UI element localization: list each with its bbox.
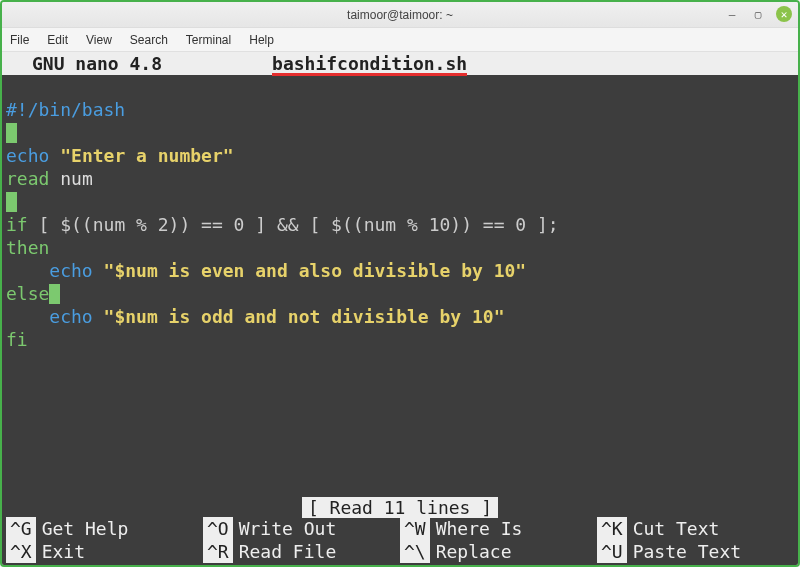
else-keyword: else [6,283,49,304]
shortcut-key: ^X [6,540,36,563]
menu-file[interactable]: File [10,33,29,47]
nano-status-line: [ Read 11 lines ] [2,496,798,519]
shortcut-get-help[interactable]: ^GGet Help [6,517,203,540]
cursor-block [6,123,17,143]
shortcut-label: Where Is [436,517,523,540]
read-keyword: read [6,168,49,189]
window-titlebar: taimoor@taimoor: ~ – ▢ ✕ [2,2,798,28]
shortcut-replace[interactable]: ^\Replace [400,540,597,563]
terminal-area[interactable]: GNU nano 4.8 bashifcondition.sh #!/bin/b… [2,52,798,565]
shortcut-exit[interactable]: ^XExit [6,540,203,563]
window-title: taimoor@taimoor: ~ [347,8,453,22]
shortcut-label: Write Out [239,517,337,540]
shortcut-paste-text[interactable]: ^UPaste Text [597,540,794,563]
shortcut-label: Exit [42,540,85,563]
string-literal: "Enter a number" [60,145,233,166]
cursor-block [49,284,60,304]
echo-keyword: echo [49,260,92,281]
menu-view[interactable]: View [86,33,112,47]
shortcut-label: Paste Text [633,540,741,563]
shortcut-key: ^O [203,517,233,540]
nano-shortcuts: ^GGet Help ^OWrite Out ^WWhere Is ^KCut … [2,517,798,565]
nano-filename-text: bashifcondition.sh [272,53,467,74]
cursor-block [6,192,17,212]
echo-keyword: echo [49,306,92,327]
nano-status-text: [ Read 11 lines ] [302,497,498,518]
condition-expr: [ $((num % 2)) == 0 ] && [ $((num % 10))… [28,214,559,235]
shortcut-key: ^K [597,517,627,540]
menubar: File Edit View Search Terminal Help [2,28,798,52]
string-literal: "$num is odd and not divisible by 10" [104,306,505,327]
editor-content[interactable]: #!/bin/bash echo "Enter a number" read n… [2,75,798,351]
echo-keyword: echo [6,145,49,166]
maximize-button[interactable]: ▢ [750,6,766,22]
nano-header: GNU nano 4.8 bashifcondition.sh [2,52,798,75]
then-keyword: then [6,237,49,258]
shebang-line: #!/bin/bash [6,99,125,120]
shortcut-label: Read File [239,540,337,563]
window-controls: – ▢ ✕ [724,6,792,22]
shortcut-key: ^W [400,517,430,540]
shortcut-key: ^\ [400,540,430,563]
string-literal: "$num is even and also divisible by 10" [104,260,527,281]
filename-underline [272,73,467,76]
menu-search[interactable]: Search [130,33,168,47]
shortcut-label: Get Help [42,517,129,540]
shortcut-write-out[interactable]: ^OWrite Out [203,517,400,540]
close-button[interactable]: ✕ [776,6,792,22]
shortcut-label: Cut Text [633,517,720,540]
menu-terminal[interactable]: Terminal [186,33,231,47]
variable-name: num [60,168,93,189]
nano-version: GNU nano 4.8 [2,52,162,75]
shortcut-label: Replace [436,540,512,563]
if-keyword: if [6,214,28,235]
shortcut-key: ^R [203,540,233,563]
menu-edit[interactable]: Edit [47,33,68,47]
shortcut-where-is[interactable]: ^WWhere Is [400,517,597,540]
minimize-button[interactable]: – [724,6,740,22]
shortcut-key: ^U [597,540,627,563]
nano-filename: bashifcondition.sh [272,52,467,75]
shortcut-read-file[interactable]: ^RRead File [203,540,400,563]
shortcut-cut-text[interactable]: ^KCut Text [597,517,794,540]
shortcut-key: ^G [6,517,36,540]
fi-keyword: fi [6,329,28,350]
menu-help[interactable]: Help [249,33,274,47]
